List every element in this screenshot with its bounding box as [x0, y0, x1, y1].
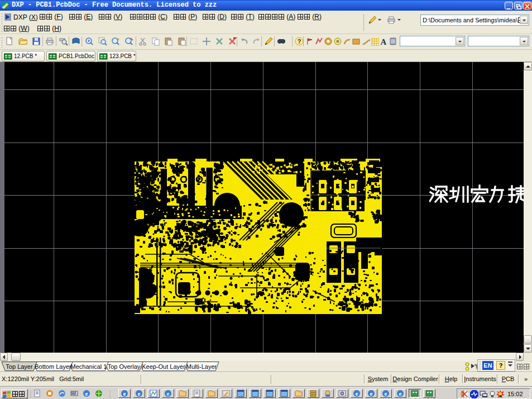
svg-text:Bottom Layer: Bottom Layer [35, 363, 71, 370]
svg-text:Keep-Out Layer: Keep-Out Layer [142, 363, 185, 370]
svg-text:Top Overlay: Top Overlay [108, 363, 141, 370]
svg-text:?: ? [298, 38, 301, 45]
svg-text:e: e [85, 390, 88, 397]
svg-text:e: e [385, 390, 387, 397]
svg-text:e: e [123, 390, 126, 397]
svg-text:e: e [399, 390, 402, 397]
svg-text:e: e [138, 390, 141, 397]
svg-text:Top Layer: Top Layer [6, 363, 33, 370]
svg-text:Mechanical 1: Mechanical 1 [71, 363, 107, 370]
svg-text:Multi-Layer: Multi-Layer [186, 363, 217, 370]
svg-text:e: e [370, 390, 373, 397]
svg-text:e: e [356, 390, 358, 397]
svg-text:e: e [167, 390, 170, 397]
svg-text:A: A [381, 37, 387, 46]
